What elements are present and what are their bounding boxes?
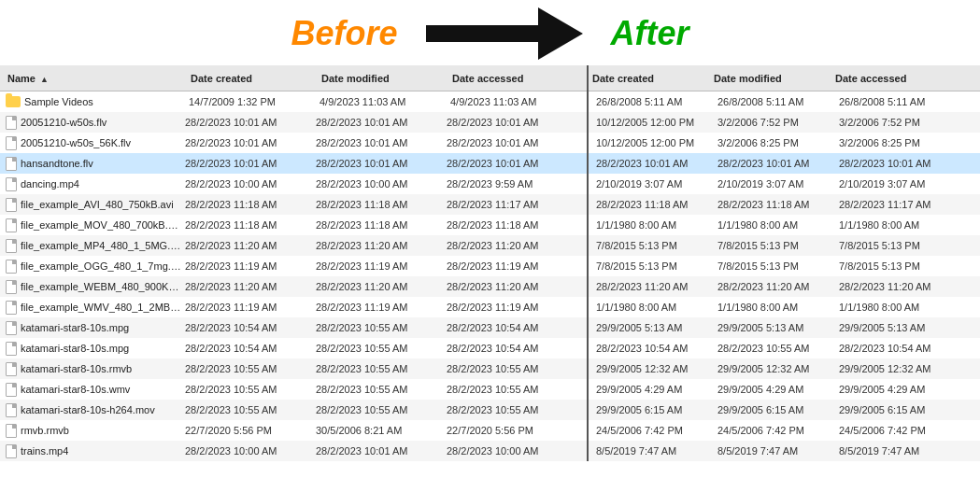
date-modified-cell: 28/2/2023 10:00 AM: [312, 178, 443, 190]
date-created-cell: 28/2/2023 11:18 AM: [181, 219, 312, 231]
col-date-created-header-r[interactable]: Date created: [589, 73, 710, 84]
date-modified-cell-r: 28/2/2023 11:20 AM: [714, 281, 835, 292]
date-modified-cell: 28/2/2023 10:55 AM: [312, 384, 443, 395]
date-created-cell-r: 7/8/2015 5:13 PM: [592, 260, 714, 272]
col-date-created-header[interactable]: Date created: [187, 73, 318, 84]
right-file-row[interactable]: 28/2/2023 10:01 AM28/2/2023 10:01 AM28/2…: [589, 153, 980, 174]
right-file-row[interactable]: 8/5/2019 7:47 AM8/5/2019 7:47 AM8/5/2019…: [589, 441, 980, 461]
left-file-row[interactable]: katamari-star8-10s.mpg28/2/2023 10:54 AM…: [0, 317, 587, 338]
file-name: Sample Videos: [24, 96, 185, 107]
col-date-modified-header[interactable]: Date modified: [318, 73, 448, 84]
file-icon: [6, 342, 17, 356]
date-accessed-cell: 28/2/2023 10:01 AM: [443, 137, 574, 148]
date-accessed-cell: 28/2/2023 11:20 AM: [443, 281, 574, 292]
date-modified-cell: 28/2/2023 10:55 AM: [312, 322, 443, 333]
date-created-cell: 28/2/2023 10:00 AM: [181, 445, 312, 457]
right-file-row[interactable]: 10/12/2005 12:00 PM3/2/2006 8:25 PM3/2/2…: [589, 133, 980, 153]
left-file-row[interactable]: file_example_MP4_480_1_5MG.mp428/2/2023 …: [0, 235, 587, 256]
date-modified-cell-r: 29/9/2005 6:15 AM: [714, 404, 835, 415]
left-file-row[interactable]: 20051210-w50s_56K.flv28/2/2023 10:01 AM2…: [0, 133, 587, 153]
date-created-cell: 28/2/2023 11:19 AM: [181, 260, 312, 272]
right-file-row[interactable]: 24/5/2006 7:42 PM24/5/2006 7:42 PM24/5/2…: [589, 420, 980, 441]
date-accessed-cell-r: 7/8/2015 5:13 PM: [835, 260, 957, 272]
date-accessed-cell-r: 28/2/2023 10:01 AM: [835, 158, 957, 169]
file-name: katamari-star8-10s.wmv: [21, 384, 181, 395]
left-file-row[interactable]: file_example_MOV_480_700kB.mov28/2/2023 …: [0, 215, 587, 235]
left-file-row[interactable]: katamari-star8-10s-h264.mov28/2/2023 10:…: [0, 400, 587, 420]
left-file-row[interactable]: file_example_OGG_480_1_7mg.ogg28/2/2023 …: [0, 256, 587, 276]
left-file-row[interactable]: katamari-star8-10s.mpg28/2/2023 10:54 AM…: [0, 338, 587, 358]
date-accessed-cell: 4/9/2023 11:03 AM: [447, 96, 577, 107]
date-created-cell-r: 24/5/2006 7:42 PM: [592, 425, 714, 436]
date-modified-cell-r: 29/9/2005 5:13 AM: [714, 322, 835, 333]
date-modified-cell: 28/2/2023 10:55 AM: [312, 343, 443, 354]
left-file-row[interactable]: hansandtone.flv28/2/2023 10:01 AM28/2/20…: [0, 153, 587, 174]
date-created-cell: 28/2/2023 10:01 AM: [181, 137, 312, 148]
date-modified-cell-r: 2/10/2019 3:07 AM: [714, 178, 835, 190]
right-file-row[interactable]: 2/10/2019 3:07 AM2/10/2019 3:07 AM2/10/2…: [589, 174, 980, 194]
date-created-cell: 28/2/2023 10:55 AM: [181, 384, 312, 395]
right-file-row[interactable]: 29/9/2005 4:29 AM29/9/2005 4:29 AM29/9/2…: [589, 379, 980, 400]
file-icon: [6, 116, 17, 130]
date-created-cell: 28/2/2023 11:20 AM: [181, 281, 312, 292]
date-modified-cell-r: 29/9/2005 12:32 AM: [714, 363, 835, 374]
file-name: 20051210-w50s_56K.flv: [21, 137, 181, 148]
file-icon: [6, 403, 17, 417]
header-banner: Before After: [0, 0, 980, 65]
left-file-row[interactable]: file_example_AVI_480_750kB.avi28/2/2023 …: [0, 194, 587, 215]
left-file-row[interactable]: file_example_WEBM_480_900KB.webm28/2/202…: [0, 276, 587, 297]
right-file-row[interactable]: 26/8/2008 5:11 AM26/8/2008 5:11 AM26/8/2…: [589, 91, 980, 112]
left-file-row[interactable]: Sample Videos14/7/2009 1:32 PM4/9/2023 1…: [0, 91, 587, 112]
right-file-row[interactable]: 28/2/2023 11:18 AM28/2/2023 11:18 AM28/2…: [589, 194, 980, 215]
left-file-row[interactable]: dancing.mp428/2/2023 10:00 AM28/2/2023 1…: [0, 174, 587, 194]
right-file-row[interactable]: 7/8/2015 5:13 PM7/8/2015 5:13 PM7/8/2015…: [589, 256, 980, 276]
date-modified-cell: 28/2/2023 11:20 AM: [312, 240, 443, 251]
right-file-row[interactable]: 29/9/2005 5:13 AM29/9/2005 5:13 AM29/9/2…: [589, 317, 980, 338]
date-created-cell: 28/2/2023 10:55 AM: [181, 404, 312, 415]
date-modified-cell: 28/2/2023 10:01 AM: [312, 117, 443, 128]
date-modified-cell-r: 7/8/2015 5:13 PM: [714, 260, 835, 272]
date-accessed-cell-r: 28/2/2023 10:54 AM: [835, 343, 957, 354]
left-file-row[interactable]: katamari-star8-10s.wmv28/2/2023 10:55 AM…: [0, 379, 587, 400]
right-file-row[interactable]: 29/9/2005 6:15 AM29/9/2005 6:15 AM29/9/2…: [589, 400, 980, 420]
date-accessed-cell-r: 7/8/2015 5:13 PM: [835, 240, 957, 251]
left-col-headers: Name ▲ Date created Date modified Date a…: [0, 65, 587, 91]
left-file-row[interactable]: rmvb.rmvb22/7/2020 5:56 PM30/5/2006 8:21…: [0, 420, 587, 441]
file-icon: [6, 239, 17, 253]
right-file-row[interactable]: 1/1/1980 8:00 AM1/1/1980 8:00 AM1/1/1980…: [589, 215, 980, 235]
date-created-cell-r: 7/8/2015 5:13 PM: [592, 240, 714, 251]
date-accessed-cell: 28/2/2023 10:54 AM: [443, 343, 574, 354]
col-name-header[interactable]: Name ▲: [0, 73, 187, 84]
file-icon: [6, 444, 17, 458]
date-accessed-cell-r: 28/2/2023 11:20 AM: [835, 281, 957, 292]
file-name: dancing.mp4: [21, 178, 181, 190]
file-icon: [6, 157, 17, 171]
file-icon: [6, 362, 17, 376]
right-file-row[interactable]: 29/9/2005 12:32 AM29/9/2005 12:32 AM29/9…: [589, 358, 980, 379]
right-file-row[interactable]: 28/2/2023 10:54 AM28/2/2023 10:55 AM28/2…: [589, 338, 980, 358]
right-file-row[interactable]: 10/12/2005 12:00 PM3/2/2006 7:52 PM3/2/2…: [589, 112, 980, 133]
date-accessed-cell-r: 2/10/2019 3:07 AM: [835, 178, 957, 190]
right-file-row[interactable]: 28/2/2023 11:20 AM28/2/2023 11:20 AM28/2…: [589, 276, 980, 297]
col-date-accessed-header[interactable]: Date accessed: [448, 73, 579, 84]
col-date-modified-header-r[interactable]: Date modified: [710, 73, 831, 84]
date-modified-cell: 28/2/2023 10:55 AM: [312, 404, 443, 415]
right-file-row[interactable]: 1/1/1980 8:00 AM1/1/1980 8:00 AM1/1/1980…: [589, 297, 980, 317]
columns-wrapper: Name ▲ Date created Date modified Date a…: [0, 65, 980, 461]
date-modified-cell-r: 28/2/2023 10:01 AM: [714, 158, 835, 169]
date-modified-cell: 28/2/2023 10:01 AM: [312, 445, 443, 457]
left-file-row[interactable]: 20051210-w50s.flv28/2/2023 10:01 AM28/2/…: [0, 112, 587, 133]
file-icon: [6, 218, 17, 232]
date-created-cell: 28/2/2023 10:01 AM: [181, 117, 312, 128]
date-created-cell-r: 10/12/2005 12:00 PM: [592, 137, 714, 148]
file-name: trains.mp4: [21, 445, 181, 457]
date-accessed-cell-r: 29/9/2005 4:29 AM: [835, 384, 957, 395]
left-file-row[interactable]: katamari-star8-10s.rmvb28/2/2023 10:55 A…: [0, 358, 587, 379]
left-file-row[interactable]: file_example_WMV_480_1_2MB.wmv28/2/2023 …: [0, 297, 587, 317]
right-file-row[interactable]: 7/8/2015 5:13 PM7/8/2015 5:13 PM7/8/2015…: [589, 235, 980, 256]
file-name: 20051210-w50s.flv: [21, 117, 181, 128]
left-file-row[interactable]: trains.mp428/2/2023 10:00 AM28/2/2023 10…: [0, 441, 587, 461]
file-name: file_example_WEBM_480_900KB.webm: [21, 281, 181, 292]
col-date-accessed-header-r[interactable]: Date accessed: [831, 73, 953, 84]
date-modified-cell: 28/2/2023 11:20 AM: [312, 281, 443, 292]
